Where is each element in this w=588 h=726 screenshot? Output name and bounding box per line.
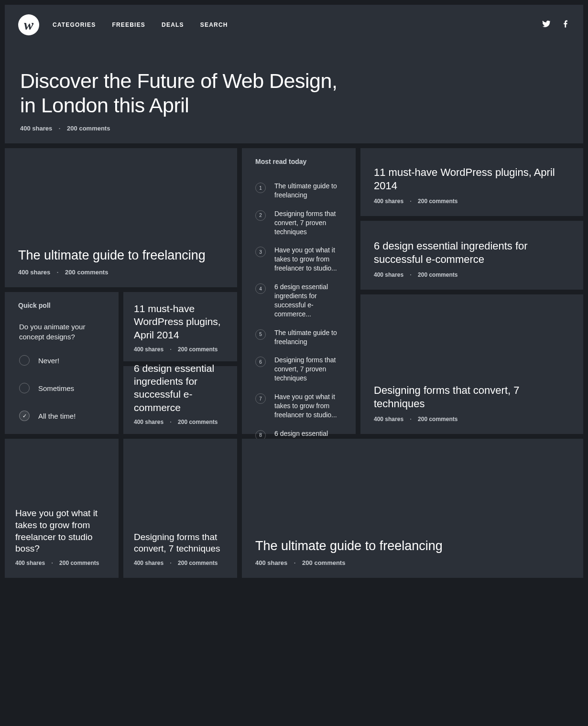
poll-option-label: All the time!	[38, 412, 76, 420]
poll-option-1[interactable]: Sometimes	[5, 374, 119, 402]
card-freelancing[interactable]: The ultimate guide to freelancing 400 sh…	[5, 148, 237, 287]
most-read-title: Designing forms that convert, 7 proven t…	[274, 356, 342, 383]
most-read-title: The ultimate guide to freelancing	[274, 182, 342, 200]
poll-option-2[interactable]: ✓ All the time!	[5, 402, 119, 430]
card-ecommerce-right[interactable]: 6 design essential ingredients for succe…	[360, 221, 583, 290]
rank-badge: 3	[255, 247, 266, 257]
hero-meta: 400 shares · 200 comments	[20, 125, 568, 132]
card-title: 6 design essential ingredients for succe…	[374, 239, 570, 267]
social-links	[542, 20, 570, 30]
meta-shares: 400 shares	[374, 416, 403, 423]
nav-freebies[interactable]: FREEBIES	[112, 22, 145, 28]
hero-title-line1: Discover the Future of Web Design,	[20, 69, 568, 94]
nav-links: CATEGORIES FREEBIES DEALS SEARCH	[53, 22, 228, 28]
meta-comments: 200 comments	[59, 560, 99, 566]
nav-search[interactable]: SEARCH	[200, 22, 228, 28]
most-read-item[interactable]: 7Have you got what it takes to grow from…	[242, 388, 356, 424]
meta-comments: 200 comments	[418, 198, 457, 205]
most-read-item[interactable]: 5The ultimate guide to freelancing	[242, 324, 356, 351]
logo[interactable]: w	[18, 14, 39, 35]
card-title: The ultimate guide to freelancing	[18, 248, 224, 264]
meta-comments: 200 comments	[302, 559, 345, 566]
card-wp-plugins-right[interactable]: 11 must-have WordPress plugins, April 20…	[360, 148, 583, 216]
radio-icon	[19, 383, 30, 393]
card-forms-bottom[interactable]: Designing forms that convert, 7 techniqu…	[123, 439, 237, 578]
meta-shares: 400 shares	[134, 346, 163, 353]
most-read-title: Have you got what it takes to grow from …	[274, 392, 342, 420]
radio-icon	[19, 355, 30, 366]
meta-dot: ·	[51, 560, 53, 566]
meta-dot: ·	[59, 125, 61, 132]
most-read-title: Have you got what it takes to grow from …	[274, 246, 342, 273]
card-ecommerce[interactable]: 6 design essential ingredients for succe…	[123, 366, 237, 434]
meta-comments: 200 comments	[418, 416, 457, 423]
meta-dot: ·	[57, 269, 59, 276]
most-read-title: The ultimate guide to freelancing	[274, 328, 342, 347]
hero-tile: w CATEGORIES FREEBIES DEALS SEARCH Disco…	[5, 5, 583, 143]
meta-dot: ·	[170, 560, 171, 566]
meta-dot: ·	[294, 559, 296, 566]
meta-dot: ·	[410, 198, 411, 205]
meta-dot: ·	[170, 419, 171, 425]
card-meta: 400 shares · 200 comments	[18, 269, 224, 276]
card-wp-plugins[interactable]: 11 must-have WordPress plugins, April 20…	[123, 292, 237, 361]
rank-badge: 2	[255, 210, 266, 221]
card-title: Designing forms that convert, 7 techniqu…	[134, 531, 227, 555]
card-meta: 400 shares · 200 comments	[15, 560, 108, 566]
twitter-icon[interactable]	[542, 20, 551, 30]
rank-badge: 6	[255, 357, 266, 367]
most-read-title: 6 design essential ingredients for succe…	[274, 282, 342, 319]
meta-shares: 400 shares	[134, 560, 163, 566]
card-studio-boss[interactable]: Have you got what it takes to grow from …	[5, 439, 119, 578]
card-freelancing-bottom[interactable]: The ultimate guide to freelancing 400 sh…	[242, 439, 583, 578]
meta-shares: 400 shares	[18, 269, 50, 276]
card-meta: 400 shares · 200 comments	[374, 271, 570, 278]
card-forms-right[interactable]: Designing forms that convert, 7 techniqu…	[360, 294, 583, 434]
hero-title-line2: in London this April	[20, 93, 568, 118]
card-title: Have you got what it takes to grow from …	[15, 508, 108, 555]
meta-comments: 200 comments	[178, 419, 218, 425]
poll-option-0[interactable]: Never!	[5, 347, 119, 374]
poll-option-label: Never!	[38, 357, 59, 365]
poll-question: Do you animate your concept designs?	[5, 313, 119, 347]
most-read-item[interactable]: 46 design essential ingredients for succ…	[242, 278, 356, 324]
meta-dot: ·	[410, 416, 411, 423]
meta-dot: ·	[170, 346, 171, 353]
nav-deals[interactable]: DEALS	[162, 22, 184, 28]
rank-badge: 1	[255, 183, 266, 193]
rank-badge: 7	[255, 393, 266, 404]
most-read-label: Most read today	[242, 148, 356, 169]
most-read-title: Designing forms that convert, 7 proven t…	[274, 209, 342, 237]
meta-shares: 400 shares	[374, 271, 403, 278]
most-read-item[interactable]: 3Have you got what it takes to grow from…	[242, 241, 356, 278]
top-nav: w CATEGORIES FREEBIES DEALS SEARCH	[5, 5, 583, 35]
card-title: Designing forms that convert, 7 techniqu…	[374, 384, 570, 411]
card-meta: 400 shares · 200 comments	[134, 560, 227, 566]
quick-poll: Quick poll Do you animate your concept d…	[5, 292, 119, 434]
meta-shares: 400 shares	[255, 559, 287, 566]
hero-shares: 400 shares	[20, 125, 52, 132]
meta-dot: ·	[410, 271, 411, 278]
card-title: The ultimate guide to freelancing	[255, 538, 570, 554]
meta-comments: 200 comments	[418, 271, 457, 278]
poll-label: Quick poll	[5, 292, 119, 313]
facebook-icon[interactable]	[561, 20, 570, 30]
meta-shares: 400 shares	[15, 560, 45, 566]
nav-categories[interactable]: CATEGORIES	[53, 22, 96, 28]
card-meta: 400 shares · 200 comments	[374, 198, 570, 205]
meta-shares: 400 shares	[374, 198, 403, 205]
meta-shares: 400 shares	[134, 419, 163, 425]
card-meta: 400 shares · 200 comments	[374, 416, 570, 423]
most-read-item[interactable]: 2Designing forms that convert, 7 proven …	[242, 205, 356, 241]
card-meta: 400 shares · 200 comments	[134, 346, 227, 353]
most-read-item[interactable]: 6Designing forms that convert, 7 proven …	[242, 351, 356, 388]
poll-option-label: Sometimes	[38, 384, 74, 392]
rank-badge: 5	[255, 329, 266, 340]
most-read-panel: Most read today 1The ultimate guide to f…	[242, 148, 356, 434]
card-title: 11 must-have WordPress plugins, April 20…	[134, 302, 227, 341]
most-read-item[interactable]: 1The ultimate guide to freelancing	[242, 177, 356, 205]
card-meta: 400 shares · 200 comments	[255, 559, 570, 566]
meta-comments: 200 comments	[65, 269, 108, 276]
meta-comments: 200 comments	[178, 560, 218, 566]
card-title: 11 must-have WordPress plugins, April 20…	[374, 166, 570, 193]
